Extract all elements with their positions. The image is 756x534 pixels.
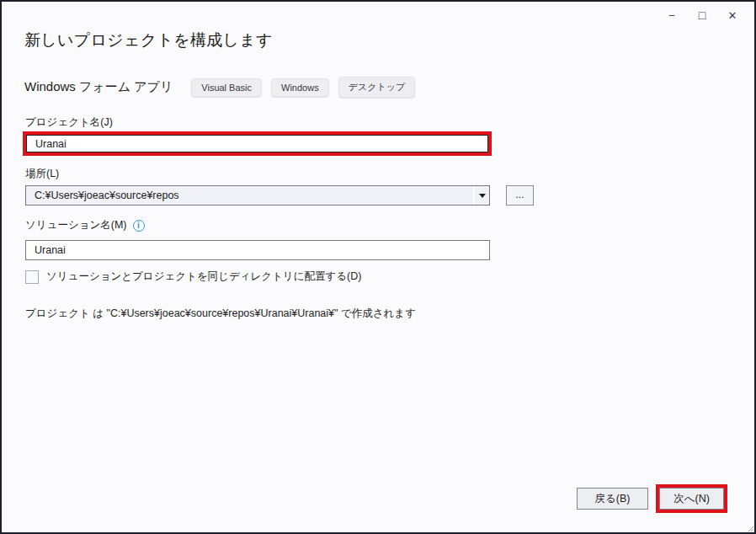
close-icon[interactable]: ✕ bbox=[722, 6, 743, 24]
solution-name-input[interactable] bbox=[25, 240, 490, 260]
tag-desktop: デスクトップ bbox=[338, 77, 416, 98]
titlebar-controls: − □ ✕ bbox=[662, 6, 743, 24]
tag-windows: Windows bbox=[271, 78, 329, 97]
same-directory-row: ソリューションとプロジェクトを同じディレクトリに配置する(D) bbox=[25, 270, 361, 284]
solution-name-label: ソリューション名(M) bbox=[25, 218, 127, 232]
next-button[interactable]: 次へ(N) bbox=[659, 488, 724, 510]
configure-project-dialog: − □ ✕ 新しいプロジェクトを構成します Windows フォーム アプリ V… bbox=[0, 0, 756, 534]
maximize-icon[interactable]: □ bbox=[692, 6, 712, 24]
tag-visual-basic: Visual Basic bbox=[191, 78, 262, 97]
back-button[interactable]: 戻る(B) bbox=[577, 488, 648, 510]
location-label: 場所(L) bbox=[25, 167, 59, 181]
browse-button[interactable]: ... bbox=[506, 185, 534, 206]
location-combobox[interactable]: C:¥Users¥joeac¥source¥repos bbox=[25, 185, 490, 206]
output-path-text: プロジェクト は "C:¥Users¥joeac¥source¥repos¥Ur… bbox=[25, 307, 416, 321]
minimize-icon[interactable]: − bbox=[662, 6, 682, 24]
location-value: C:¥Users¥joeac¥source¥repos bbox=[26, 190, 473, 201]
highlight-annotation-next-button: 次へ(N) bbox=[656, 484, 727, 513]
project-type-row: Windows フォーム アプリ Visual Basic Windows デス… bbox=[24, 77, 424, 98]
same-directory-label: ソリューションとプロジェクトを同じディレクトリに配置する(D) bbox=[46, 270, 361, 284]
highlight-annotation-project-name bbox=[23, 131, 492, 156]
project-type-label: Windows フォーム アプリ bbox=[24, 79, 173, 95]
chevron-down-icon bbox=[479, 194, 486, 198]
solution-name-label-row: ソリューション名(M) i bbox=[25, 218, 145, 232]
project-name-input[interactable] bbox=[26, 135, 488, 152]
project-name-label: プロジェクト名(J) bbox=[25, 115, 113, 130]
same-directory-checkbox[interactable] bbox=[25, 270, 39, 284]
info-icon[interactable]: i bbox=[133, 220, 145, 232]
page-title: 新しいプロジェクトを構成します bbox=[24, 29, 273, 51]
location-dropdown-zone[interactable] bbox=[473, 186, 489, 205]
resize-grip[interactable] bbox=[746, 524, 753, 531]
